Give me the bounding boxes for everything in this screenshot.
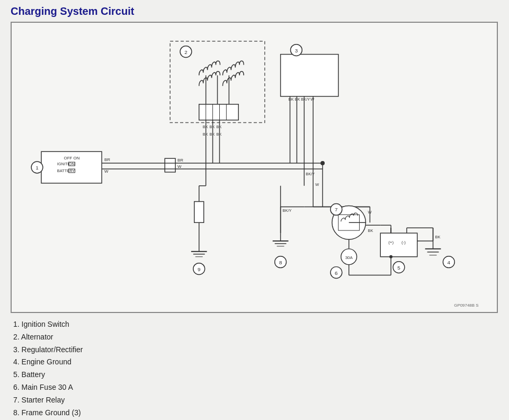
svg-text:8: 8 [279,260,282,265]
legend-item-8: 8. Frame Ground (3) [13,407,498,419]
svg-text:W: W [368,210,371,215]
legend-item-3: 3. Regulator/Rectifier [13,344,498,356]
svg-text:4: 4 [448,260,451,265]
legend-item-6: 6. Main Fuse 30 A [13,381,498,394]
circuit-diagram: OFF ON IGNITION BATTERY 1 BR W [11,22,498,313]
svg-text:BK/Y: BK/Y [283,208,292,213]
svg-text:BR: BR [104,157,110,162]
page: Charging System Circuit OFF ON IGNITION … [0,0,509,420]
svg-text:BR: BR [177,158,183,163]
svg-text:3: 3 [295,48,298,53]
svg-text:(-): (-) [401,240,406,245]
svg-text:1: 1 [35,165,39,171]
svg-text:W: W [104,169,109,174]
svg-text:OFF  ON: OFF ON [64,156,80,160]
svg-text:30A: 30A [345,255,353,260]
svg-text:9: 9 [198,266,201,272]
svg-text:GP09748B  S: GP09748B S [454,303,478,308]
page-title: Charging System Circuit [11,5,498,17]
legend-item-5: 5. Battery [13,369,498,381]
circuit-svg: OFF ON IGNITION BATTERY 1 BR W [12,23,497,312]
svg-rect-24 [199,104,238,120]
svg-text:W: W [310,97,314,102]
svg-text:BK: BK [368,228,373,233]
svg-text:BK: BK [217,132,222,137]
svg-rect-13 [165,158,175,172]
svg-text:2: 2 [184,49,187,55]
svg-text:5: 5 [397,265,400,271]
legend-item-2: 2. Alternator [13,331,498,344]
svg-text:BK: BK [203,124,208,129]
svg-text:BK/Y: BK/Y [301,97,310,102]
svg-text:BK: BK [435,235,440,239]
svg-text:BK: BK [294,97,300,102]
svg-text:BK: BK [210,124,215,129]
svg-text:W: W [315,182,319,187]
svg-rect-58 [194,202,204,223]
svg-rect-87 [380,233,417,257]
svg-text:6: 6 [335,270,338,276]
svg-text:BK: BK [210,132,215,137]
legend: 1. Ignition Switch 2. Alternator 3. Regu… [11,318,498,420]
svg-rect-41 [281,55,338,96]
svg-text:BK: BK [217,124,222,129]
legend-item-4: 4. Engine Ground [13,356,498,369]
svg-text:7: 7 [335,207,338,212]
svg-text:W: W [177,164,182,169]
svg-text:BK/Y: BK/Y [306,172,315,176]
legend-item-7: 7. Starter Relay [13,394,498,407]
svg-text:BK: BK [289,97,294,102]
svg-text:BK: BK [203,132,208,137]
legend-item-1: 1. Ignition Switch [13,318,498,331]
svg-text:(+): (+) [388,240,394,245]
svg-point-114 [389,255,392,258]
